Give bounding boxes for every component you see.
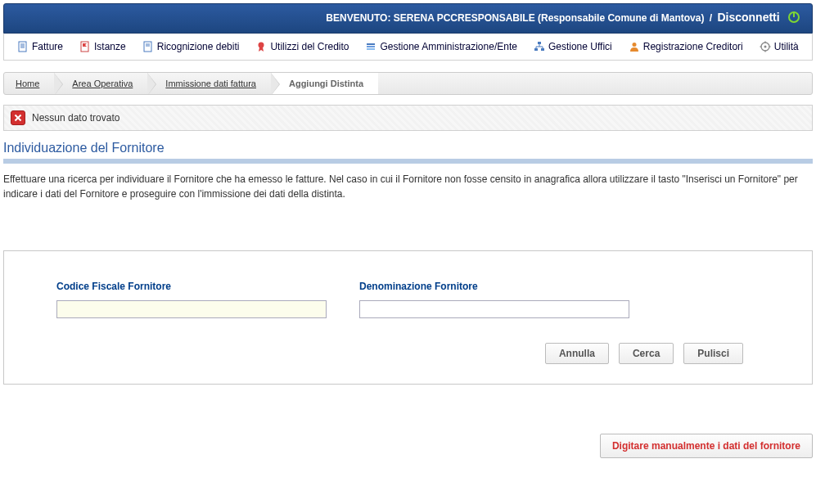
message-text: Nessun dato trovato <box>32 112 119 124</box>
manual-entry-button[interactable]: Digitare manualmente i dati del fornitor… <box>600 434 813 458</box>
menu-fatture[interactable]: Fatture <box>11 38 70 55</box>
svg-rect-7 <box>144 42 151 52</box>
menu-bar: Fatture Istanze Ricognizione debiti Util… <box>3 34 813 61</box>
field-codice-fiscale: Codice Fiscale Fornitore <box>56 281 327 318</box>
svg-point-23 <box>764 46 766 48</box>
document-icon <box>17 41 29 52</box>
document-icon <box>142 41 154 52</box>
menu-label: Fatture <box>32 41 63 52</box>
annulla-button[interactable]: Annulla <box>545 343 609 364</box>
menu-gestione-amministrazione[interactable]: Gestione Amministrazione/Ente <box>358 38 523 55</box>
ribbon-icon <box>255 41 267 52</box>
svg-rect-14 <box>538 42 541 44</box>
svg-rect-13 <box>367 48 375 50</box>
message-row: Nessun dato trovato <box>3 105 813 131</box>
header-bar: BENVENUTO: SERENA PCCRESPONSABILE (Respo… <box>3 3 813 34</box>
svg-rect-15 <box>534 48 538 51</box>
flag-icon <box>79 41 91 52</box>
menu-label: Utilità <box>774 41 799 52</box>
menu-label: Utilizzi del Credito <box>270 41 349 52</box>
svg-rect-16 <box>541 48 544 51</box>
disconnect-link[interactable]: Disconnetti <box>717 11 779 24</box>
svg-rect-12 <box>367 46 375 47</box>
user-icon <box>629 41 640 52</box>
svg-point-21 <box>632 43 636 47</box>
stack-icon <box>365 41 376 52</box>
den-input[interactable] <box>359 300 629 318</box>
menu-label: Istanze <box>94 41 126 52</box>
breadcrumb-current: Aggiungi Distinta <box>271 73 378 94</box>
error-icon <box>11 110 25 125</box>
section-description: Effettuare una ricerca per individuare i… <box>3 172 813 201</box>
power-icon[interactable] <box>787 11 800 26</box>
cf-label: Codice Fiscale Fornitore <box>56 281 327 292</box>
slash: / <box>710 12 712 24</box>
den-label: Denominazione Fornitore <box>359 281 629 292</box>
section-underline <box>3 159 813 164</box>
svg-rect-11 <box>367 43 375 45</box>
menu-ricognizione[interactable]: Ricognizione debiti <box>136 38 246 55</box>
pulisci-button[interactable]: Pulisci <box>683 343 743 364</box>
field-denominazione: Denominazione Fornitore <box>359 281 629 318</box>
form-row: Codice Fiscale Fornitore Denominazione F… <box>56 281 792 318</box>
menu-istanze[interactable]: Istanze <box>73 38 133 55</box>
breadcrumb-area[interactable]: Area Operativa <box>54 73 147 94</box>
menu-gestione-uffici[interactable]: Gestione Uffici <box>527 38 619 55</box>
svg-rect-2 <box>19 42 26 52</box>
menu-label: Gestione Amministrazione/Ente <box>380 41 516 52</box>
footer-row: Digitare manualmente i dati del fornitor… <box>3 434 813 458</box>
welcome-text: BENVENUTO: SERENA PCCRESPONSABILE (Respo… <box>326 12 704 24</box>
svg-point-10 <box>259 43 264 48</box>
section-title: Individuazione del Fornitore <box>3 141 813 155</box>
form-panel: Codice Fiscale Fornitore Denominazione F… <box>3 250 813 385</box>
menu-label: Registrazione Creditori <box>643 41 743 52</box>
menu-label: Gestione Uffici <box>548 41 612 52</box>
breadcrumb-immissione[interactable]: Immissione dati fattura <box>147 73 271 94</box>
menu-registrazione-creditori[interactable]: Registrazione Creditori <box>622 38 750 55</box>
menu-utilizzi[interactable]: Utilizzi del Credito <box>249 38 355 55</box>
menu-utilita[interactable]: Utilità <box>753 38 805 55</box>
breadcrumb-home[interactable]: Home <box>4 73 54 94</box>
node-icon <box>534 41 545 52</box>
cf-input[interactable] <box>56 300 327 318</box>
breadcrumb: Home Area Operativa Immissione dati fatt… <box>3 72 813 95</box>
cerca-button[interactable]: Cerca <box>619 343 674 364</box>
menu-label: Ricognizione debiti <box>157 41 240 52</box>
button-row: Annulla Cerca Pulisci <box>24 343 743 364</box>
gear-icon <box>760 41 771 52</box>
